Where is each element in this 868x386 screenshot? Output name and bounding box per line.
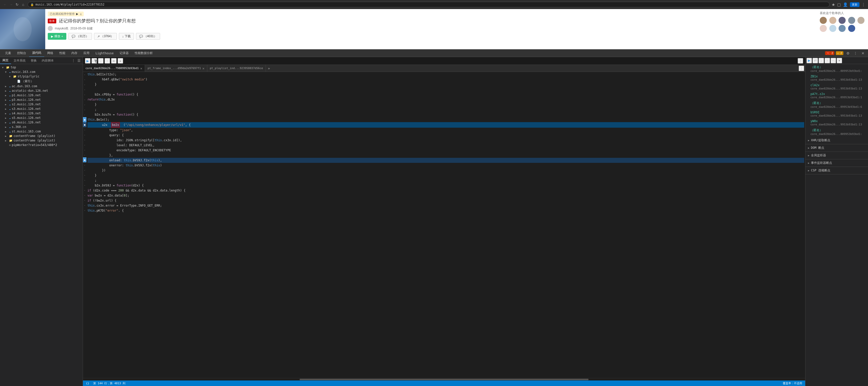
fan-avatar[interactable] [829, 25, 836, 32]
callstack-item-2[interactable]: ZB1x core_dae028de26...9953b93bd1:13 [805, 74, 868, 83]
tree-item-s4[interactable]: ▶ ☁ s4.music.126.net [0, 111, 83, 116]
callstack-item-1[interactable]: （匿名） core_dae028de26...809953b93bd1: [805, 64, 868, 74]
wave-icon[interactable]: ♫ [80, 12, 82, 15]
tab-network[interactable]: 网络 [44, 50, 56, 57]
callstack-item-7[interactable]: yW0x core_dae028de26...9953b93bd1:13 [805, 118, 868, 127]
bookmark-button[interactable]: ★ [832, 2, 835, 7]
code-tab-2[interactable]: pt_frame_index_...d99da2e97697f1 ✕ [145, 65, 207, 72]
tree-item-pipworker[interactable]: ▶ ⚙ pipWorker?ratio=543/480*2 [0, 143, 83, 147]
code-tab-3[interactable]: pt_playlist_ind...923958037d56ce [207, 65, 266, 72]
csp-header[interactable]: ▶ CSP 违规断点 [805, 167, 868, 174]
fan-avatar[interactable] [848, 25, 855, 32]
fan-avatar[interactable] [839, 25, 846, 32]
tree-item-s2[interactable]: ▶ ☁ s2.music.126.net [0, 102, 83, 106]
more-button[interactable]: 💬 （4031） [136, 33, 160, 40]
file-tab-page[interactable]: 网页 [0, 57, 11, 64]
close-icon[interactable]: ✕ [860, 50, 866, 56]
comment-button[interactable]: 💬 （31万） [68, 33, 92, 40]
callstack-item-8[interactable]: （匿名） core_dae028de26...809953b93bd1: [805, 127, 868, 137]
global-listeners-header[interactable]: ▶ 全局监听器 [805, 152, 868, 159]
xhr-breakpoints-header[interactable]: ▶ XHR/提取断点 [805, 137, 868, 144]
fan-avatar[interactable] [848, 17, 855, 24]
code-tab-1[interactable]: core_dae028de26...79809953b93bd1 ✕ [83, 65, 145, 72]
gutter-item[interactable]: - [83, 152, 87, 157]
gutter-item[interactable]: - [83, 183, 87, 188]
avatar-button[interactable]: 👤 [843, 2, 848, 7]
tab-application[interactable]: 应用 [81, 50, 92, 57]
dom-breakpoints-header[interactable]: ▶ DOM 断点 [805, 144, 868, 152]
tree-item-acstatic[interactable]: ▶ ☁ acstatic-dun.126.net [0, 89, 83, 93]
tree-item-s5[interactable]: ▶ ☁ s5.music.126.net [0, 116, 83, 120]
tab-sources[interactable]: 源代码 [29, 50, 44, 57]
deactivate-icon[interactable]: ● [837, 58, 842, 63]
tree-item-top[interactable]: ▼ 📁 top [0, 65, 83, 70]
tab-lighthouse[interactable]: Lighthouse [92, 50, 117, 57]
fan-avatar[interactable] [820, 25, 827, 32]
fan-avatar[interactable] [839, 17, 846, 24]
close-tab-icon[interactable]: ✕ [202, 66, 204, 70]
gutter-item[interactable]: - [83, 142, 87, 147]
tree-item-s3[interactable]: ▶ ☁ s3.music.126.net [0, 106, 83, 111]
step-out-button[interactable]: ↑ [104, 58, 110, 64]
reload-button[interactable]: ↻ [14, 2, 20, 7]
more-tabs-icon[interactable]: » [266, 66, 272, 70]
code-editor[interactable]: - - - - - - - - - ● ● - - - - - - [83, 72, 805, 378]
play-icon[interactable]: ▶ [76, 12, 78, 15]
gutter-item[interactable]: - [83, 147, 87, 152]
resume-icon[interactable]: ▶ [806, 58, 812, 63]
gutter-item[interactable]: - [83, 162, 87, 167]
gutter-item[interactable]: - [83, 178, 87, 183]
code-scrollbar[interactable] [83, 378, 805, 381]
update-badge[interactable]: 更新 [850, 2, 860, 7]
forward-button[interactable]: → [8, 2, 13, 7]
callstack-item-3[interactable]: clA2x core_dae028de26...9953b93bd1:13 [805, 83, 868, 91]
tab-button[interactable]: ▢ [837, 2, 841, 7]
tab-perf-insights[interactable]: 性能数据分析 [132, 50, 156, 57]
gutter-item[interactable]: - [83, 102, 87, 107]
callstack-item-5[interactable]: （匿名） core_dae028de26...09953b93bd1:6 [805, 100, 868, 109]
step-over-button[interactable]: →➰ [91, 58, 97, 64]
gutter-item[interactable]: - [83, 107, 87, 112]
more-icon[interactable]: ⋮ [852, 50, 859, 56]
gutter-item[interactable]: - [83, 87, 87, 92]
gutter-item[interactable]: - [83, 127, 87, 132]
home-button[interactable]: ⌂ [21, 2, 26, 7]
step-into-button[interactable]: ↓ [98, 58, 103, 64]
tab-console[interactable]: 控制台 [14, 50, 29, 57]
settings-icon[interactable]: ⚙ [845, 50, 851, 56]
close-tab-icon[interactable]: ✕ [140, 66, 142, 70]
gutter-item[interactable]: - [83, 92, 87, 97]
gutter-item[interactable]: - [83, 112, 87, 117]
tree-item-p1[interactable]: ▶ ☁ p1.music.126.net [0, 93, 83, 97]
callstack-item-6[interactable]: bSR9I core_dae028de26...9953b93bd1:13 [805, 109, 868, 118]
tree-item-index[interactable]: ▶ 📄 （索引） [0, 79, 83, 84]
stepdown-icon[interactable]: ↓ [818, 58, 824, 63]
tab-memory[interactable]: 内存 [68, 50, 81, 57]
gutter-item[interactable]: - [83, 193, 87, 197]
file-tab-overrides[interactable]: 替换 [28, 57, 39, 64]
gutter-item[interactable]: - [83, 72, 87, 77]
event-listeners-header[interactable]: ▶ 事件监听器断点 [805, 159, 868, 167]
deactivate-breakpoints[interactable]: ● [118, 58, 123, 64]
more-debug-actions[interactable]: ⋮ [798, 58, 803, 64]
file-tab-filesystem[interactable]: 文件系统 [11, 57, 28, 64]
tab-action-icon[interactable]: ⋮ [799, 66, 804, 71]
gutter-item[interactable]: - [83, 97, 87, 102]
tab-elements[interactable]: 元素 [2, 50, 14, 57]
stepup-icon[interactable]: ↑ [825, 58, 830, 63]
tree-item-stmusic[interactable]: ▶ ☁ st.music.163.com [0, 129, 83, 134]
resume-button[interactable]: ▶ [85, 58, 90, 64]
gutter-item[interactable]: - [83, 82, 87, 87]
tab-performance[interactable]: 性能 [56, 50, 68, 57]
fan-avatar[interactable] [829, 17, 836, 24]
tree-item-p3[interactable]: ▶ ☁ p3.music.126.net [0, 97, 83, 102]
tree-item-lyric[interactable]: ▼ 📁 st/pip/lyric [0, 74, 83, 79]
gutter-item[interactable]: - [83, 137, 87, 142]
menu-button[interactable]: ⋮ [862, 2, 866, 7]
share-button[interactable]: ↗ （3764） [94, 33, 117, 40]
tree-item-s360[interactable]: ▶ ☁ s.360.cn [0, 125, 83, 129]
file-tab-content[interactable]: 内容脚本 [39, 57, 56, 64]
fan-avatar[interactable] [858, 17, 865, 24]
gutter-item[interactable]: - [83, 132, 87, 137]
tree-item-s6[interactable]: ▶ ☁ s6.music.126.net [0, 120, 83, 125]
